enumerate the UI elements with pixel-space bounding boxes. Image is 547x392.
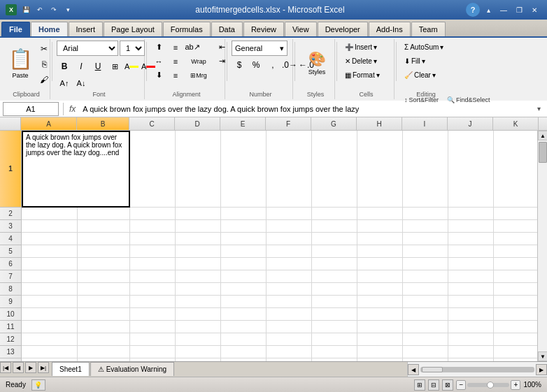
cell-d12[interactable]: [176, 333, 221, 346]
cell-h5[interactable]: [357, 245, 403, 258]
cell-b8[interactable]: [78, 283, 130, 296]
cell-c6[interactable]: [130, 258, 176, 270]
tab-data[interactable]: Data: [211, 22, 243, 36]
styles-button[interactable]: 🎨 Styles: [299, 41, 334, 85]
cell-e5[interactable]: [221, 245, 267, 258]
cell-c11[interactable]: [130, 321, 176, 333]
cell-i7[interactable]: [403, 270, 448, 283]
border-button[interactable]: ⊞: [107, 59, 122, 74]
cell-a3[interactable]: [22, 220, 78, 233]
fill-color-button[interactable]: A: [124, 59, 139, 74]
cell-e13[interactable]: [221, 346, 267, 358]
increase-indent-btn[interactable]: ⇥: [214, 55, 229, 68]
cell-k8[interactable]: [494, 283, 537, 296]
cell-a4[interactable]: [22, 233, 78, 245]
cell-e1[interactable]: [221, 131, 267, 208]
cell-f11[interactable]: [267, 321, 312, 333]
cell-b6[interactable]: [78, 258, 130, 270]
cell-c9[interactable]: [130, 296, 176, 308]
h-scroll-thumb[interactable]: [422, 367, 443, 372]
sheet-tab-warning[interactable]: ⚠ Evaluation Warning: [90, 362, 174, 376]
cell-i6[interactable]: [403, 258, 448, 270]
cell-g6[interactable]: [312, 258, 357, 270]
help-button[interactable]: ?: [466, 3, 480, 17]
cell-g13[interactable]: [312, 346, 357, 358]
cell-h1[interactable]: [357, 131, 403, 208]
cell-g8[interactable]: [312, 283, 357, 296]
cell-e11[interactable]: [221, 321, 267, 333]
tab-insert[interactable]: Insert: [69, 22, 104, 36]
cell-e4[interactable]: [221, 233, 267, 245]
cell-b10[interactable]: [78, 308, 130, 321]
scroll-up-btn[interactable]: ▲: [538, 131, 547, 140]
cell-i9[interactable]: [403, 296, 448, 308]
cell-e7[interactable]: [221, 270, 267, 283]
page-break-view-btn[interactable]: ⊠: [442, 379, 453, 391]
cell-j11[interactable]: [448, 321, 494, 333]
align-middle-btn[interactable]: ↔: [151, 55, 166, 68]
cell-h8[interactable]: [357, 283, 403, 296]
cell-e12[interactable]: [221, 333, 267, 346]
bold-button[interactable]: B: [57, 59, 72, 74]
cell-b2[interactable]: [78, 208, 130, 220]
formula-expand-btn[interactable]: ▾: [533, 102, 544, 116]
comma-btn[interactable]: ,: [265, 57, 280, 73]
cell-h10[interactable]: [357, 308, 403, 321]
cell-h9[interactable]: [357, 296, 403, 308]
col-header-j[interactable]: J: [448, 117, 493, 130]
tab-home[interactable]: Home: [31, 22, 68, 36]
cell-d11[interactable]: [176, 321, 221, 333]
row-header-13[interactable]: 13: [0, 346, 21, 358]
cell-e2[interactable]: [221, 208, 267, 220]
row-header-11[interactable]: 11: [0, 321, 21, 333]
col-header-e[interactable]: E: [220, 117, 266, 130]
cell-f2[interactable]: [267, 208, 312, 220]
tab-formulas[interactable]: Formulas: [163, 22, 211, 36]
cell-j8[interactable]: [448, 283, 494, 296]
cell-k10[interactable]: [494, 308, 537, 321]
zoom-out-btn[interactable]: −: [456, 380, 466, 390]
align-left-btn[interactable]: ≡: [168, 41, 183, 54]
cell-a10[interactable]: [22, 308, 78, 321]
clear-btn[interactable]: 🧹 Clear ▾: [401, 68, 453, 82]
cell-g9[interactable]: [312, 296, 357, 308]
col-header-f[interactable]: F: [266, 117, 311, 130]
cell-h12[interactable]: [357, 333, 403, 346]
cell-c3[interactable]: [130, 220, 176, 233]
cell-c2[interactable]: [130, 208, 176, 220]
col-header-h[interactable]: H: [357, 117, 402, 130]
cell-j6[interactable]: [448, 258, 494, 270]
delete-cells-btn[interactable]: ✕ Delete ▾: [341, 55, 390, 68]
row-header-12[interactable]: 12: [0, 333, 21, 346]
align-right-btn[interactable]: ≡: [168, 68, 183, 82]
cell-g11[interactable]: [312, 321, 357, 333]
decrease-font-btn[interactable]: A↓: [73, 75, 89, 91]
cell-k9[interactable]: [494, 296, 537, 308]
insert-cells-btn[interactable]: ➕ Insert ▾: [341, 41, 390, 54]
cell-a12[interactable]: [22, 333, 78, 346]
cell-e10[interactable]: [221, 308, 267, 321]
decrease-indent-btn[interactable]: ⇤: [214, 41, 229, 54]
cell-f4[interactable]: [267, 233, 312, 245]
cell-k2[interactable]: [494, 208, 537, 220]
cell-a5[interactable]: [22, 245, 78, 258]
cell-i2[interactable]: [403, 208, 448, 220]
cell-i3[interactable]: [403, 220, 448, 233]
cell-k6[interactable]: [494, 258, 537, 270]
cell-i5[interactable]: [403, 245, 448, 258]
zoom-slider[interactable]: [467, 383, 509, 387]
cell-c8[interactable]: [130, 283, 176, 296]
cell-b9[interactable]: [78, 296, 130, 308]
cell-k5[interactable]: [494, 245, 537, 258]
page-layout-view-btn[interactable]: ⊟: [428, 379, 439, 391]
row-header-9[interactable]: 9: [0, 296, 21, 308]
cell-c4[interactable]: [130, 233, 176, 245]
cell-b13[interactable]: [78, 346, 130, 358]
cell-j1[interactable]: [448, 131, 494, 208]
cell-b5[interactable]: [78, 245, 130, 258]
font-name-select[interactable]: Arial: [57, 41, 118, 56]
cell-a6[interactable]: [22, 258, 78, 270]
status-icon-btn[interactable]: 💡: [31, 379, 45, 391]
col-header-b[interactable]: B: [77, 117, 129, 130]
redo-quick-btn[interactable]: ↷: [48, 3, 60, 16]
